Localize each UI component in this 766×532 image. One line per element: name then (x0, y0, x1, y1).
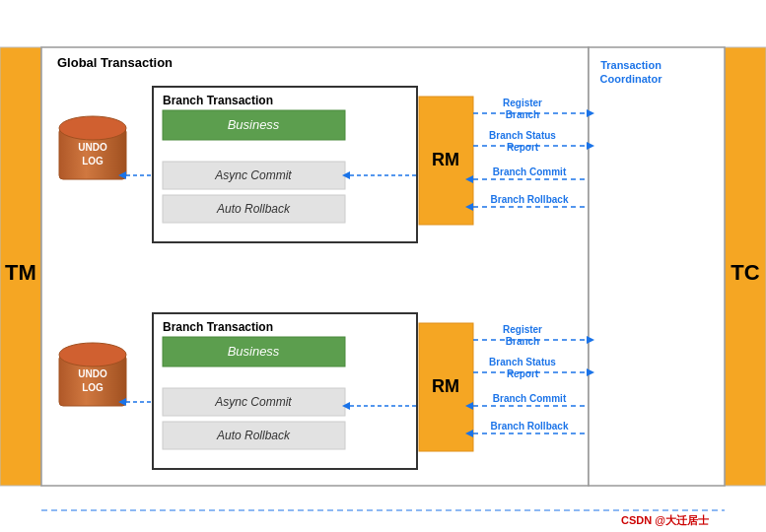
svg-text:Branch Rollback: Branch Rollback (491, 194, 569, 205)
svg-text:Register: Register (503, 98, 542, 108)
svg-text:Branch Commit: Branch Commit (493, 166, 567, 177)
svg-rect-6 (589, 47, 725, 486)
svg-text:LOG: LOG (82, 382, 104, 393)
svg-text:Branch Rollback: Branch Rollback (491, 421, 569, 432)
svg-marker-38 (587, 109, 594, 117)
svg-text:Async Commit: Async Commit (214, 395, 292, 409)
svg-text:RM: RM (432, 150, 459, 169)
svg-marker-60 (587, 368, 594, 376)
svg-rect-33 (59, 355, 126, 406)
svg-marker-52 (118, 171, 126, 179)
svg-rect-23 (153, 313, 417, 469)
svg-text:Branch Commit: Branch Commit (493, 393, 567, 404)
svg-text:TM: TM (5, 260, 36, 285)
svg-text:Business: Business (228, 344, 280, 359)
svg-marker-56 (587, 336, 594, 344)
svg-marker-72 (118, 398, 126, 406)
svg-rect-2 (725, 47, 766, 486)
svg-marker-42 (587, 142, 594, 150)
svg-text:Async Commit: Async Commit (214, 168, 292, 182)
svg-rect-17 (419, 97, 473, 225)
svg-point-34 (59, 343, 126, 366)
svg-marker-49 (465, 203, 473, 211)
svg-rect-27 (163, 388, 345, 416)
svg-rect-13 (163, 162, 345, 189)
svg-marker-70 (342, 402, 350, 410)
svg-rect-9 (153, 87, 417, 242)
svg-rect-29 (163, 422, 345, 449)
svg-point-20 (59, 116, 126, 140)
svg-text:Branch Status: Branch Status (489, 130, 556, 141)
svg-text:TC: TC (731, 260, 759, 285)
svg-marker-54 (342, 171, 350, 179)
svg-text:RM: RM (432, 376, 459, 396)
svg-text:CSDN @大迁居士: CSDN @大迁居士 (621, 514, 710, 526)
svg-text:Auto Rollback: Auto Rollback (216, 202, 291, 216)
svg-rect-0 (0, 47, 41, 486)
svg-rect-19 (59, 128, 126, 179)
svg-text:LOG: LOG (82, 156, 104, 166)
diagram-svg: TM TC Global Transaction Transaction Coo… (0, 0, 766, 532)
svg-text:Branch: Branch (506, 109, 539, 120)
svg-text:Business: Business (228, 117, 280, 132)
svg-rect-31 (419, 323, 473, 451)
svg-text:Report: Report (507, 142, 539, 153)
svg-text:Branch: Branch (506, 336, 539, 347)
svg-rect-11 (163, 110, 345, 140)
svg-text:Branch Status: Branch Status (489, 357, 556, 367)
svg-text:Report: Report (507, 368, 539, 379)
svg-marker-67 (465, 430, 473, 437)
svg-rect-4 (41, 47, 589, 486)
svg-text:Transaction: Transaction (600, 59, 662, 71)
svg-text:Register: Register (503, 324, 542, 335)
svg-text:Auto Rollback: Auto Rollback (216, 429, 291, 442)
svg-text:UNDO: UNDO (78, 368, 107, 379)
svg-rect-25 (163, 337, 345, 366)
svg-text:Branch Transaction: Branch Transaction (163, 320, 273, 334)
svg-marker-64 (465, 402, 473, 410)
svg-text:Coordinator: Coordinator (600, 73, 663, 85)
svg-text:Global Transaction: Global Transaction (57, 55, 173, 70)
svg-text:Branch Transaction: Branch Transaction (163, 94, 273, 107)
svg-text:UNDO: UNDO (78, 142, 107, 153)
main-container: TM TC Global Transaction Transaction Coo… (0, 0, 766, 532)
svg-rect-15 (163, 195, 345, 223)
svg-marker-46 (465, 175, 473, 183)
